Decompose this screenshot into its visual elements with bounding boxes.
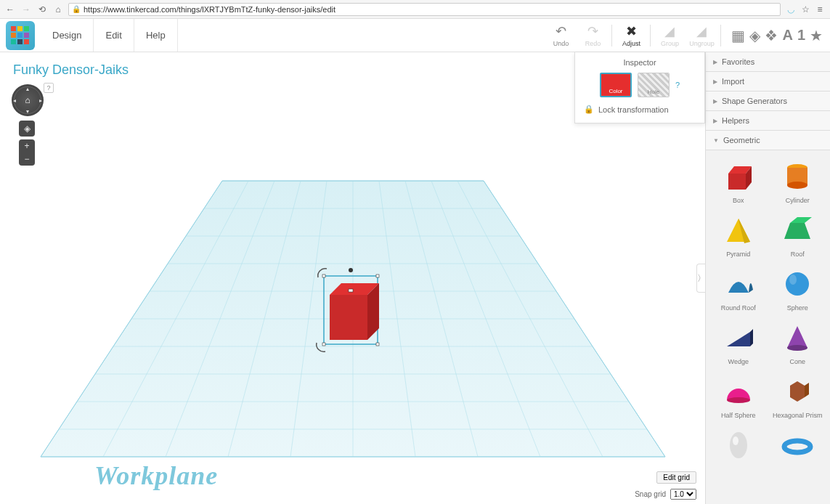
zoom-in[interactable]: + (19, 139, 35, 153)
inspector-title: Inspector (584, 58, 696, 67)
undo-button[interactable]: ↶Undo (545, 19, 577, 52)
shape-paraboloid[interactable] (710, 425, 767, 468)
snap-grid-label: Snap grid (635, 490, 666, 498)
svg-rect-4 (17, 33, 23, 38)
lib-section-import[interactable]: ▶Import (706, 72, 830, 92)
snap-grid-row: Snap grid 1.0 (635, 489, 696, 500)
app-logo[interactable] (6, 21, 35, 50)
edit-grid-button[interactable]: Edit grid (656, 471, 696, 484)
workplane-tool-icon[interactable]: ▦ (731, 27, 745, 44)
url-bar[interactable]: 🔒 https://www.tinkercad.com/things/lXRTJ… (68, 3, 781, 16)
shapes-tool-icon[interactable]: ❖ (765, 27, 778, 44)
svg-rect-6 (11, 39, 16, 44)
library-collapse-handle[interactable]: 〉 (696, 264, 705, 293)
forward-button[interactable]: → (20, 4, 32, 15)
shape-pyramid[interactable]: Pyramid (710, 210, 767, 261)
orbit-up-icon[interactable]: ▴ (26, 86, 29, 92)
svg-point-58 (727, 397, 750, 403)
ungroup-icon: ◢ (696, 24, 707, 38)
browser-chrome: ← → ⟲ ⌂ 🔒 https://www.tinkercad.com/thin… (0, 0, 830, 19)
bookmark-icon[interactable]: ☆ (800, 4, 811, 15)
group-button[interactable]: ◢Group (654, 19, 685, 52)
svg-marker-33 (330, 295, 367, 340)
home-button[interactable]: ⌂ (52, 4, 64, 15)
lib-section-generators[interactable]: ▶Shape Generators (706, 92, 830, 111)
svg-rect-37 (349, 289, 353, 292)
title-help[interactable]: ? (44, 83, 54, 93)
cube-tool-icon[interactable]: ◈ (749, 27, 760, 44)
svg-rect-1 (17, 26, 23, 31)
shape-hexagonal-prism[interactable]: Hexagonal Prism (770, 371, 826, 422)
svg-rect-5 (24, 33, 29, 38)
view-reset[interactable]: ◈ (19, 121, 35, 137)
svg-marker-51 (790, 217, 812, 223)
redo-button[interactable]: ↷Redo (577, 19, 609, 52)
lib-section-helpers[interactable]: ▶Helpers (706, 111, 830, 131)
chevron-right-icon: ▶ (713, 118, 717, 124)
adjust-button[interactable]: ✖Adjust (615, 19, 647, 52)
svg-marker-56 (787, 326, 807, 348)
workplane-label: Workplane (94, 460, 218, 491)
orbit-right-icon[interactable]: ▸ (39, 97, 42, 104)
svg-marker-54 (727, 332, 750, 346)
shape-sphere[interactable]: Sphere (770, 264, 826, 314)
adjust-icon: ✖ (626, 24, 637, 38)
inspector-color-swatch[interactable]: Color (600, 73, 632, 97)
lock-icon: 🔒 (72, 5, 81, 13)
url-text: https://www.tinkercad.com/things/lXRTJYB… (84, 5, 335, 14)
svg-point-62 (733, 436, 739, 445)
svg-point-53 (789, 275, 797, 285)
number-tool-icon[interactable]: 1 (797, 27, 805, 44)
svg-rect-3 (11, 33, 16, 38)
svg-point-61 (730, 432, 747, 458)
svg-rect-41 (376, 275, 379, 277)
lock-icon: 🔒 (584, 105, 594, 114)
shape-cylinder[interactable]: Cylinder (770, 156, 826, 207)
lib-section-geometric[interactable]: ▼Geometric (706, 131, 830, 150)
ungroup-button[interactable]: ◢Ungroup (685, 19, 717, 52)
extension-icon[interactable]: ◡ (785, 4, 797, 15)
shape-cone[interactable]: Cone (770, 317, 826, 368)
shape-wedge[interactable]: Wedge (710, 317, 767, 368)
shape-torus[interactable] (770, 425, 826, 468)
svg-rect-40 (322, 275, 325, 277)
shape-library: ▶Favorites ▶Import ▶Shape Generators ▶He… (705, 52, 830, 504)
svg-rect-38 (322, 343, 325, 346)
right-tools: ▦ ◈ ❖ A 1 ★ (724, 27, 830, 44)
star-tool-icon[interactable]: ★ (810, 27, 823, 44)
menu-help[interactable]: Help (134, 19, 178, 52)
selected-shape-box[interactable] (324, 270, 376, 343)
view-orbit[interactable]: ▴ ▾ ◂ ▸ ⌂ (12, 84, 44, 116)
chevron-right-icon: ▶ (713, 59, 717, 65)
project-title[interactable]: Funky Densor-Jaiks (13, 62, 129, 78)
text-tool-icon[interactable]: A (782, 27, 792, 44)
canvas-area[interactable]: Funky Densor-Jaiks ? ▴ ▾ ◂ ▸ ⌂ ◈ + − (0, 52, 705, 504)
inspector-help[interactable]: ? (675, 81, 680, 89)
shape-half-sphere[interactable]: Half Sphere (710, 371, 767, 422)
lib-section-favorites[interactable]: ▶Favorites (706, 52, 830, 72)
snap-grid-select[interactable]: 1.0 (670, 489, 696, 500)
shape-round-roof[interactable]: Round Roof (710, 264, 767, 314)
menu-edit[interactable]: Edit (94, 19, 134, 52)
inspector-lock[interactable]: 🔒 Lock transformation (584, 105, 696, 114)
svg-point-47 (787, 182, 807, 189)
undo-icon: ↶ (556, 24, 566, 38)
inspector-hole-swatch[interactable]: Hole (638, 73, 670, 97)
svg-point-57 (787, 345, 807, 351)
orbit-left-icon[interactable]: ◂ (13, 97, 16, 104)
svg-rect-39 (376, 343, 379, 346)
orbit-down-icon[interactable]: ▾ (26, 108, 29, 115)
back-button[interactable]: ← (4, 4, 16, 15)
inspector-panel: Inspector Color Hole ? 🔒 Lock transforma… (574, 52, 705, 123)
shape-roof[interactable]: Roof (770, 210, 826, 261)
svg-marker-50 (784, 223, 810, 239)
reload-button[interactable]: ⟲ (36, 4, 48, 15)
menu-design[interactable]: Design (41, 19, 94, 52)
svg-marker-59 (790, 381, 805, 402)
menu-icon[interactable]: ≡ (814, 4, 826, 15)
chevron-down-icon: ▼ (713, 137, 719, 144)
svg-rect-0 (11, 26, 16, 31)
svg-point-63 (784, 441, 810, 452)
shape-box[interactable]: Box (710, 156, 767, 207)
chevron-right-icon: ▶ (713, 98, 717, 105)
